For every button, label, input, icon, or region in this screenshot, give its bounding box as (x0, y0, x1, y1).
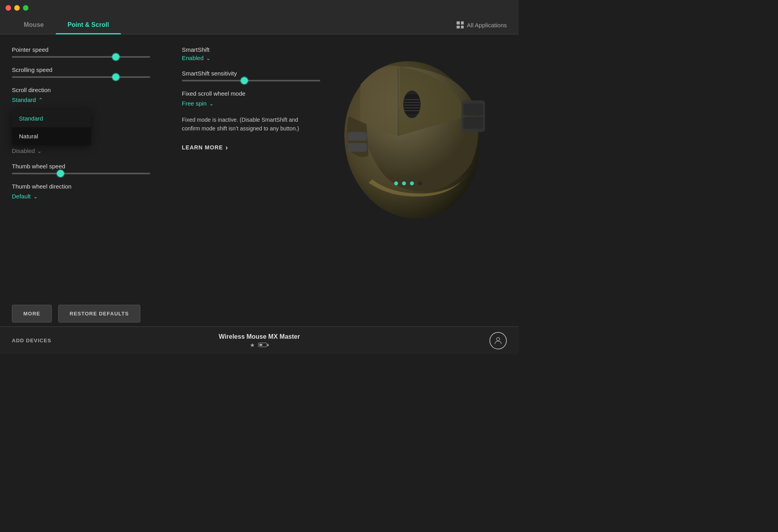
scrolling-speed-group: Scrolling speed (12, 66, 170, 78)
thumb-wheel-speed-slider[interactable] (12, 173, 150, 174)
bottom-buttons: MORE RESTORE DEFAULTS (0, 305, 152, 323)
fixed-scroll-wheel-value: Free spin (182, 100, 207, 107)
mouse-svg (321, 45, 511, 219)
scroll-direction-dropdown[interactable]: Standard (12, 96, 170, 103)
svg-point-14 (418, 181, 422, 185)
traffic-lights (6, 5, 28, 11)
thumb-wheel-speed-group: Thumb wheel speed (12, 163, 170, 174)
user-svg-icon (493, 336, 503, 345)
smartshift-chevron-icon (206, 55, 211, 61)
scrolling-speed-thumb[interactable] (112, 74, 119, 81)
thumb-wheel-direction-value: Default (12, 193, 31, 200)
svg-rect-16 (348, 143, 367, 152)
learn-more-label: LEARN MORE (182, 144, 223, 151)
scrolling-speed-slider[interactable] (12, 76, 150, 78)
fixed-scroll-chevron-icon (209, 100, 214, 107)
svg-point-11 (394, 181, 398, 185)
pointer-speed-thumb[interactable] (112, 53, 119, 60)
fixed-mode-info: Fixed mode is inactive. (Disable SmartSh… (182, 115, 316, 133)
smooth-scrolling-value: Disabled (12, 147, 35, 154)
bluetooth-icon: ★ (250, 342, 255, 348)
smooth-scrolling-group: Disabled (12, 147, 170, 154)
chevron-up-icon (38, 96, 43, 103)
user-profile-button[interactable] (489, 332, 507, 349)
battery-fill (259, 344, 262, 346)
battery-body (258, 343, 267, 347)
titlebar (0, 0, 519, 16)
close-button[interactable] (6, 5, 11, 11)
scroll-direction-menu: Standard Natural (12, 109, 91, 145)
pointer-speed-slider[interactable] (12, 56, 150, 58)
fixed-mode-info-text: Fixed mode is inactive. (Disable SmartSh… (182, 117, 299, 132)
scrolling-speed-label: Scrolling speed (12, 66, 170, 73)
battery-icon (258, 343, 268, 347)
svg-point-17 (497, 338, 500, 341)
maximize-button[interactable] (23, 5, 28, 11)
thumb-wheel-direction-label: Thumb wheel direction (12, 183, 170, 190)
smooth-scrolling-dropdown[interactable]: Disabled (12, 147, 170, 154)
svg-point-13 (410, 181, 414, 185)
scroll-direction-value: Standard (12, 96, 36, 103)
smartshift-sensitivity-thumb[interactable] (241, 77, 248, 84)
device-status-icons: ★ (250, 342, 268, 348)
footer-device-info: Wireless Mouse MX Master ★ (219, 333, 300, 348)
svg-rect-2 (404, 94, 419, 114)
chevron-right-icon (225, 143, 228, 152)
scroll-direction-option-standard[interactable]: Standard (12, 109, 91, 127)
thumb-wheel-direction-group: Thumb wheel direction Default (12, 183, 170, 200)
user-icon-circle (489, 332, 507, 349)
all-applications-button[interactable]: All Applications (457, 21, 507, 34)
thumb-wheel-direction-dropdown[interactable]: Default (12, 193, 170, 200)
chevron-down-icon2 (33, 193, 38, 200)
svg-rect-10 (463, 117, 483, 129)
mouse-image (313, 37, 519, 227)
thumb-wheel-speed-label: Thumb wheel speed (12, 163, 170, 170)
pointer-speed-group: Pointer speed (12, 46, 170, 58)
device-name: Wireless Mouse MX Master (219, 333, 300, 340)
thumb-wheel-speed-thumb[interactable] (57, 170, 64, 177)
minimize-button[interactable] (14, 5, 20, 11)
left-panel: Pointer speed Scrolling speed Scroll dir… (12, 46, 170, 292)
smartshift-value: Enabled (182, 55, 204, 61)
svg-rect-9 (463, 104, 483, 115)
chevron-down-icon (37, 147, 42, 154)
restore-defaults-button[interactable]: RESTORE DEFAULTS (58, 305, 140, 323)
pointer-speed-label: Pointer speed (12, 46, 170, 53)
scroll-direction-option-natural[interactable]: Natural (12, 127, 91, 145)
more-button[interactable]: MORE (12, 305, 52, 323)
svg-point-12 (402, 181, 406, 185)
tab-mouse[interactable]: Mouse (12, 16, 56, 34)
add-devices-button[interactable]: ADD DEVICES (12, 338, 51, 343)
grid-icon (457, 21, 464, 28)
svg-rect-15 (348, 132, 367, 141)
tabs-bar: Mouse Point & Scroll All Applications (0, 16, 519, 34)
battery-tip (267, 344, 268, 346)
scroll-direction-label: Scroll direction (12, 87, 170, 93)
scroll-direction-group: Scroll direction Standard Standard Natur… (12, 87, 170, 103)
footer: ADD DEVICES Wireless Mouse MX Master ★ (0, 326, 519, 354)
smartshift-sensitivity-slider[interactable] (182, 80, 320, 81)
tab-point-scroll[interactable]: Point & Scroll (56, 16, 121, 34)
